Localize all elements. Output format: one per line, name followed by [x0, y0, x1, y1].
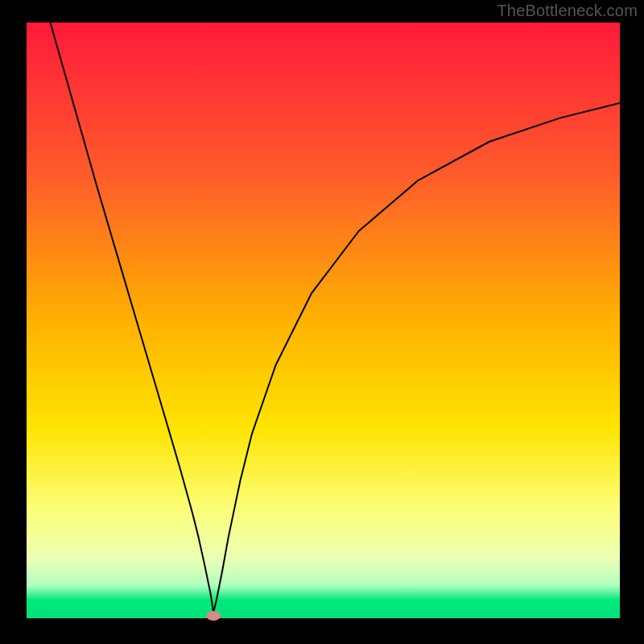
chart-svg	[0, 0, 644, 644]
bottleneck-chart	[0, 0, 644, 644]
chart-plot-area	[27, 23, 620, 618]
watermark-label: TheBottleneck.com	[497, 2, 638, 20]
chart-minimum-marker	[206, 611, 221, 621]
